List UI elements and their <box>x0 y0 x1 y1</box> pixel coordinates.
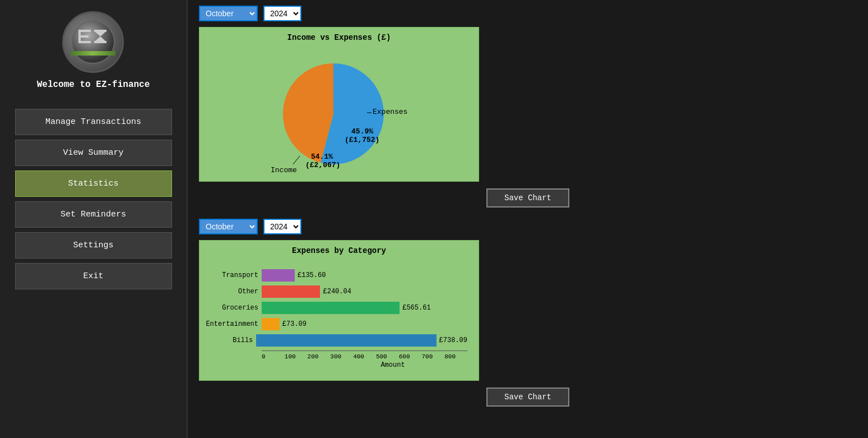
pie-chart-title: Income vs Expenses (£) <box>205 33 473 42</box>
bar-chart-container: Expenses by Category Transport £135.60 O… <box>199 240 479 381</box>
bar-label-groceries: Groceries <box>205 304 258 312</box>
svg-text:Expenses: Expenses <box>373 108 407 116</box>
x-tick-300: 300 <box>330 353 353 360</box>
bar-row-bills: Bills £738.09 <box>205 334 467 347</box>
bar-transport <box>262 269 295 282</box>
bar-wrap-other: £240.04 <box>262 285 351 298</box>
bar-other <box>262 285 320 298</box>
svg-rect-4 <box>78 30 81 43</box>
bar-row-groceries: Groceries £565.61 <box>205 302 467 314</box>
svg-rect-5 <box>94 30 106 32</box>
bar-label-transport: Transport <box>205 271 258 279</box>
bottom-save-chart-button[interactable]: Save Chart <box>486 388 569 407</box>
svg-text:(£1,752): (£1,752) <box>345 136 379 144</box>
logo-area: Welcome to EZ-finance <box>37 11 150 90</box>
bar-wrap-groceries: £565.61 <box>262 302 431 314</box>
svg-rect-6 <box>94 41 106 43</box>
x-axis-area: 0 100 200 300 400 500 600 700 800 Amount <box>262 351 467 369</box>
manage-transactions-button[interactable]: Manage Transactions <box>15 109 172 135</box>
bar-row-entertainment: Entertainment £73.09 <box>205 318 467 330</box>
x-tick-600: 600 <box>399 353 422 360</box>
settings-button[interactable]: Settings <box>15 232 172 259</box>
bar-label-bills: Bills <box>205 336 253 344</box>
bar-chart-title: Expenses by Category <box>205 246 473 255</box>
pie-chart-area: Expenses 45.9% (£1,752) Income 54.1% (£2… <box>205 47 473 176</box>
welcome-text: Welcome to EZ-finance <box>37 80 150 90</box>
bottom-month-select[interactable]: October JanuaryFebruaryMarch AprilMayJun… <box>199 219 258 234</box>
svg-text:(£2,067): (£2,067) <box>305 161 340 169</box>
bar-value-other: £240.04 <box>323 288 351 296</box>
x-axis-labels: 0 100 200 300 400 500 600 700 800 <box>262 353 467 360</box>
x-tick-0: 0 <box>262 353 285 360</box>
top-save-chart-button[interactable]: Save Chart <box>486 188 569 208</box>
top-chart-header: October JanuaryFebruaryMarch AprilMayJun… <box>199 6 857 21</box>
x-tick-200: 200 <box>308 353 331 360</box>
exit-button[interactable]: Exit <box>15 263 172 289</box>
x-tick-800: 800 <box>444 353 467 360</box>
main-content: October JanuaryFebruaryMarch AprilMayJun… <box>188 0 868 438</box>
svg-text:54.1%: 54.1% <box>311 153 333 161</box>
svg-text:45.9%: 45.9% <box>351 127 373 136</box>
bottom-chart-header: October JanuaryFebruaryMarch AprilMayJun… <box>199 219 857 234</box>
bar-label-other: Other <box>205 288 258 296</box>
bar-value-groceries: £565.61 <box>402 304 430 312</box>
bar-entertainment <box>262 318 280 330</box>
bar-value-entertainment: £73.09 <box>282 320 307 328</box>
set-reminders-button[interactable]: Set Reminders <box>15 201 172 228</box>
bar-wrap-entertainment: £73.09 <box>262 318 307 330</box>
x-axis-label: Amount <box>318 361 467 369</box>
svg-line-16 <box>293 156 300 164</box>
app-logo <box>62 11 124 73</box>
bar-wrap-transport: £135.60 <box>262 269 326 282</box>
bar-wrap-bills: £738.09 <box>256 334 467 347</box>
bar-value-bills: £738.09 <box>439 336 467 344</box>
x-tick-500: 500 <box>376 353 399 360</box>
svg-text:Income: Income <box>271 166 297 174</box>
bar-bills <box>256 334 436 347</box>
view-summary-button[interactable]: View Summary <box>15 140 172 166</box>
bottom-year-select[interactable]: 2022202320242025 <box>263 219 301 234</box>
bar-groceries <box>262 302 400 314</box>
x-tick-400: 400 <box>353 353 376 360</box>
pie-chart-container: Income vs Expenses (£) <box>199 27 479 182</box>
bar-value-transport: £135.60 <box>298 271 326 279</box>
bar-label-entertainment: Entertainment <box>205 320 258 328</box>
bar-row-transport: Transport £135.60 <box>205 269 467 282</box>
bar-row-other: Other £240.04 <box>205 285 467 298</box>
x-tick-700: 700 <box>421 353 444 360</box>
svg-rect-8 <box>71 51 115 56</box>
top-month-select[interactable]: October JanuaryFebruaryMarch AprilMayJun… <box>199 6 258 21</box>
top-year-select[interactable]: 2022202320242025 <box>263 6 301 21</box>
svg-point-0 <box>72 21 114 63</box>
x-tick-100: 100 <box>285 353 308 360</box>
bar-chart-area: Transport £135.60 Other £240.04 Grocerie… <box>205 260 473 375</box>
statistics-button[interactable]: Statistics <box>15 170 172 197</box>
sidebar: Welcome to EZ-finance Manage Transaction… <box>0 0 188 438</box>
